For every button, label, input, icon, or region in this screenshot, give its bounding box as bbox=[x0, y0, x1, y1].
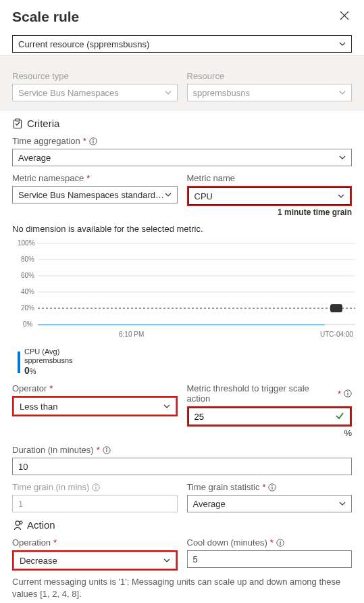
chevron-down-icon bbox=[339, 500, 346, 507]
svg-point-22 bbox=[347, 391, 348, 393]
svg-rect-15 bbox=[330, 304, 342, 312]
info-icon[interactable] bbox=[89, 137, 97, 145]
svg-text:80%: 80% bbox=[21, 256, 34, 263]
threshold-input[interactable]: 25 bbox=[188, 408, 351, 425]
metric-name-label: Metric name bbox=[187, 173, 236, 183]
time-grain-stat-label: Time grain statistic bbox=[187, 482, 260, 492]
action-heading: Action bbox=[27, 519, 55, 531]
resource-type-label: Resource type bbox=[12, 71, 178, 81]
scope-value: Current resource (sppremsbusns) bbox=[18, 39, 149, 49]
panel-title: Scale rule bbox=[12, 9, 79, 25]
svg-text:UTC-04:00: UTC-04:00 bbox=[320, 331, 353, 338]
chart-legend: CPU (Avg) sppremsbusns 0% bbox=[18, 347, 352, 377]
svg-text:6:10 PM: 6:10 PM bbox=[119, 331, 144, 338]
close-icon[interactable] bbox=[337, 8, 352, 26]
svg-point-25 bbox=[106, 448, 107, 449]
svg-rect-23 bbox=[347, 393, 348, 395]
resource-type-select: Service Bus Namespaces bbox=[12, 84, 178, 101]
criteria-icon bbox=[12, 118, 23, 129]
svg-rect-37 bbox=[280, 542, 280, 545]
chevron-down-icon bbox=[339, 41, 346, 47]
chevron-down-icon bbox=[165, 89, 172, 96]
no-dimension-text: No dimension is available for the select… bbox=[12, 224, 352, 234]
time-aggregation-select[interactable]: Average bbox=[12, 149, 352, 166]
checkmark-icon bbox=[335, 411, 344, 423]
chevron-down-icon bbox=[338, 193, 344, 199]
time-grain-stat-select[interactable]: Average bbox=[187, 495, 353, 512]
chevron-down-icon bbox=[339, 89, 346, 96]
operation-select[interactable]: Decrease bbox=[14, 552, 176, 569]
chevron-down-icon bbox=[339, 154, 346, 161]
chevron-down-icon bbox=[165, 191, 172, 198]
time-grain-input bbox=[12, 495, 178, 512]
svg-text:40%: 40% bbox=[21, 288, 34, 295]
duration-label: Duration (in minutes) bbox=[12, 445, 94, 455]
metric-namespace-label: Metric namespace bbox=[12, 173, 84, 183]
chevron-down-icon bbox=[163, 557, 170, 564]
time-grain-label: Time grain (in mins) bbox=[12, 482, 89, 492]
info-icon[interactable] bbox=[268, 483, 276, 491]
duration-input[interactable] bbox=[12, 458, 352, 475]
svg-point-36 bbox=[280, 540, 281, 541]
threshold-label: Metric threshold to trigger scale action bbox=[187, 383, 335, 404]
svg-text:0%: 0% bbox=[23, 320, 33, 328]
svg-rect-29 bbox=[96, 487, 97, 489]
cooldown-input[interactable] bbox=[187, 550, 353, 568]
svg-text:20%: 20% bbox=[21, 304, 34, 312]
svg-rect-1 bbox=[16, 119, 20, 121]
svg-point-33 bbox=[16, 521, 20, 525]
svg-point-3 bbox=[93, 139, 94, 140]
metric-name-select[interactable]: CPU bbox=[188, 187, 351, 205]
action-icon bbox=[12, 520, 23, 531]
metric-chart: 100% 80% 60% 40% 20% 0% 6:10 PM UTC-04:0… bbox=[18, 239, 352, 343]
threshold-unit: % bbox=[187, 428, 353, 438]
chevron-down-icon bbox=[163, 403, 170, 410]
operator-label: Operator bbox=[12, 383, 47, 393]
svg-point-28 bbox=[96, 485, 97, 486]
criteria-heading: Criteria bbox=[27, 118, 59, 129]
footnote-text: Current messaging units is '1'; Messagin… bbox=[12, 576, 352, 600]
time-aggregation-label: Time aggregation bbox=[12, 136, 80, 146]
info-icon[interactable] bbox=[92, 483, 100, 491]
cooldown-label: Cool down (minutes) bbox=[187, 537, 267, 548]
info-icon[interactable] bbox=[103, 446, 111, 454]
svg-point-31 bbox=[272, 485, 274, 486]
svg-rect-26 bbox=[106, 450, 107, 452]
operation-label: Operation bbox=[12, 537, 51, 548]
operator-select[interactable]: Less than bbox=[14, 397, 176, 415]
resource-label: Resource bbox=[187, 71, 353, 81]
svg-rect-4 bbox=[93, 141, 93, 143]
scope-select[interactable]: Current resource (sppremsbusns) bbox=[12, 35, 352, 53]
info-icon[interactable] bbox=[344, 389, 352, 397]
resource-select: sppremsbusns bbox=[187, 84, 353, 101]
info-icon[interactable] bbox=[276, 539, 284, 547]
svg-text:60%: 60% bbox=[21, 272, 34, 279]
svg-text:100%: 100% bbox=[18, 239, 35, 247]
metric-namespace-select[interactable]: Service Bus Namespaces standard me... bbox=[12, 186, 178, 203]
time-grain-text: 1 minute time grain bbox=[187, 208, 353, 217]
svg-rect-32 bbox=[272, 487, 273, 489]
